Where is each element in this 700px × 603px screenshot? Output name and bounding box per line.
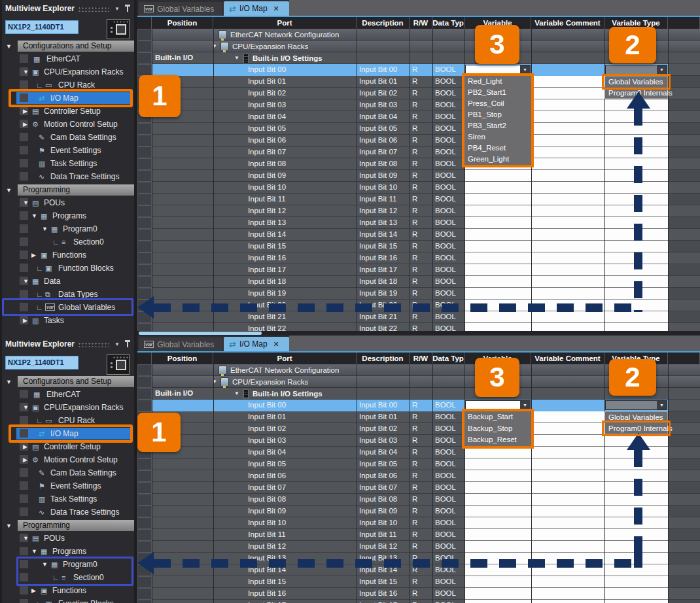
row-selector-cell[interactable] [137,241,152,252]
row-selector-cell[interactable] [137,576,152,588]
port-cell[interactable]: Input Bit 06 [213,470,357,482]
row-selector-cell[interactable] [137,135,152,146]
titlebar-menu-chevron-icon[interactable]: ▼ [114,6,120,12]
sidebar-item-cpu-expansion-racks[interactable]: ▼▣CPU/Expansion Racks [2,65,134,78]
sidebar-item-functions[interactable]: ▶▣Functions [2,249,134,262]
variable-cell[interactable] [464,458,531,470]
tree-checkbox[interactable] [20,211,28,220]
variable-option[interactable]: PB2_Start1 [464,87,531,98]
port-cell[interactable]: Input Bit 19 [213,288,357,300]
table-row-input-bit-15[interactable]: Input Bit 15Input Bit 15RBOOL [152,241,700,252]
variable-cell[interactable] [464,470,531,482]
row-selector-cell[interactable] [137,217,152,229]
variable-cell[interactable] [464,276,531,288]
row-selector-cell[interactable] [137,264,152,276]
variable-comment-cell[interactable] [531,470,604,482]
row-selector-cell[interactable] [137,123,152,135]
variable-comment-cell[interactable] [531,447,604,458]
port-cell[interactable]: Input Bit 02 [213,88,357,99]
table-row-input-bit-16[interactable]: Input Bit 16Input Bit 16RBOOL [152,588,700,600]
row-selector-cell[interactable] [137,252,152,264]
tab-io-map[interactable]: ⇄I/O Map✕ [224,337,289,351]
sidebar-item-function-blocks[interactable]: ∟▣Function Blocks [2,597,134,603]
variable-comment-cell[interactable] [531,276,604,288]
row-selector-cell[interactable] [137,194,152,205]
port-cell[interactable]: Input Bit 09 [213,170,357,182]
tree-expand-icon[interactable]: ▶ [23,443,27,450]
sidebar-item-task-settings[interactable]: ▥Task Settings [2,157,134,170]
variable-cell[interactable] [464,217,531,229]
port-cell[interactable]: Input Bit 01 [213,411,357,423]
sidebar-item-motion-control-setup[interactable]: ▶⚙Motion Control Setup [2,453,134,466]
variable-comment-cell[interactable] [531,88,604,99]
table-row-input-bit-8[interactable]: Input Bit 08Input Bit 08RBOOL [152,158,700,170]
close-icon[interactable]: ✕ [273,340,279,349]
port-cell[interactable]: Input Bit 17 [213,600,357,603]
variable-comment-cell[interactable] [531,64,604,76]
tree-expand-icon[interactable]: ▼ [23,199,29,206]
variable-comment-cell[interactable] [531,411,604,423]
variable-comment-cell[interactable] [531,517,604,529]
sidebar-item-cam-data-settings[interactable]: ✎Cam Data Settings [2,131,134,144]
variable-comment-cell[interactable] [531,494,604,506]
row-selector-cell[interactable] [137,364,152,376]
row-selector-cell[interactable] [137,41,152,52]
variable-comment-cell[interactable] [531,217,604,229]
controller-selector[interactable]: NX1P2_1140DT1 [5,356,79,370]
variable-option[interactable]: Red_Light [464,76,531,87]
port-cell[interactable]: Input Bit 17 [213,264,357,276]
row-selector-cell[interactable] [137,470,152,482]
variable-type-cell[interactable] [604,311,668,323]
variable-option[interactable]: Green_Light [464,154,531,165]
variable-cell[interactable] [464,529,531,541]
sidebar-item-data-trace-settings[interactable]: ∿Data Trace Settings [2,170,134,183]
sidebar-item-data[interactable]: ▼▦Data [2,275,134,288]
variable-cell[interactable] [464,288,531,300]
sidebar-item-ethercat[interactable]: ▦EtherCAT [2,388,134,401]
table-row-input-bit-9[interactable]: Input Bit 09Input Bit 09RBOOL [152,506,700,517]
port-cell[interactable]: Input Bit 21 [213,311,357,323]
port-cell[interactable]: Input Bit 02 [213,423,357,435]
tree-checkbox[interactable] [20,54,28,63]
sidebar-item-cam-data-settings[interactable]: ✎Cam Data Settings [2,466,134,479]
table-row-input-bit-14[interactable]: Input Bit 14Input Bit 14RBOOL [152,229,700,241]
port-cell[interactable]: Input Bit 15 [213,241,357,252]
variable-comment-cell[interactable] [531,529,604,541]
variable-comment-cell[interactable] [531,252,604,264]
horizontal-scrollbar-thumb[interactable] [139,332,262,335]
row-selector-cell[interactable] [137,29,152,41]
variable-comment-cell[interactable] [531,111,604,123]
tree-checkbox[interactable] [20,390,28,398]
row-selector-cell[interactable] [137,529,152,541]
tree-expand-icon[interactable]: ▼ [23,278,29,284]
tree-expand-icon[interactable]: ▶ [23,121,27,128]
tree-expand-icon[interactable]: ▶ [31,587,36,594]
variable-comment-cell[interactable] [531,182,604,194]
row-selector-cell[interactable] [137,146,152,158]
table-row-input-bit-21[interactable]: Input Bit 21Input Bit 21RBOOL [152,311,700,323]
variable-cell[interactable] [464,506,531,517]
section-collapse-icon[interactable]: ▼ [6,43,12,50]
sidebar-item-function-blocks[interactable]: ∟▣Function Blocks [2,262,134,275]
controller-icon[interactable] [107,354,130,375]
tree-expand-icon[interactable]: ▼ [31,548,37,555]
port-cell[interactable]: Input Bit 12 [213,205,357,217]
sidebar-item-section0[interactable]: ∟≡Section0 [2,235,134,249]
tree-expand-icon[interactable]: ▼ [31,213,37,219]
port-cell[interactable]: Input Bit 14 [213,229,357,241]
row-selector-cell[interactable] [137,276,152,288]
row-selector-cell[interactable] [137,400,152,411]
port-cell[interactable]: Input Bit 07 [213,146,357,158]
variable-cell[interactable] [464,311,531,323]
row-selector-cell[interactable] [137,458,152,470]
section-band-configurations[interactable]: Configurations and Setup [18,376,134,387]
variable-option[interactable]: Backup_Stop [464,423,531,435]
variable-comment-cell[interactable] [531,541,604,553]
row-selector-cell[interactable] [137,170,152,182]
row-selector-cell[interactable] [137,229,152,241]
variable-cell[interactable] [464,194,531,205]
row-selector-cell[interactable] [137,600,152,603]
table-row-input-bit-19[interactable]: Input Bit 19Input Bit 19RBOOL [152,288,700,300]
table-row-input-bit-3[interactable]: Input Bit 03Input Bit 03RBOOL [152,99,700,111]
tree-checkbox[interactable] [20,264,28,272]
